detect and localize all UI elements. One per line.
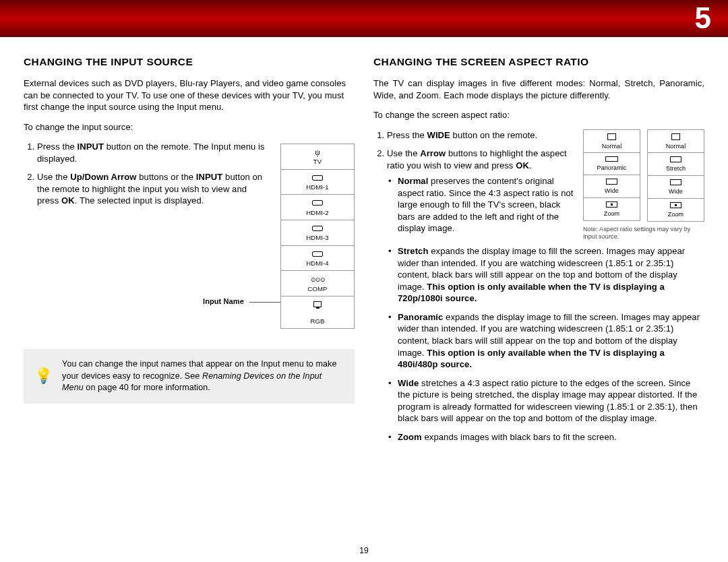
input-row-comp: COMP <box>280 271 355 296</box>
ratio-panoramic: Panoramic <box>583 153 640 175</box>
left-heading: CHANGING THE INPUT SOURCE <box>24 56 355 68</box>
aspect-menu-wrapper: Normal Panoramic Wide Zoom Normal Stretc… <box>583 129 704 242</box>
ratio-stretch: Stretch <box>647 153 704 176</box>
page-content: CHANGING THE INPUT SOURCE External devic… <box>0 37 728 449</box>
page-number: 19 <box>0 546 728 555</box>
chapter-number: 5 <box>694 1 711 35</box>
desc-wide: Wide stretches a 4:3 aspect ratio pictur… <box>398 377 704 425</box>
wide-icon <box>606 179 617 185</box>
right-column: CHANGING THE SCREEN ASPECT RATIO The TV … <box>373 56 704 449</box>
input-row-hdmi1: HDMI-1 <box>280 170 355 195</box>
right-lead: To change the screen aspect ratio: <box>373 109 704 121</box>
right-step-1: Press the WIDE button on the remote. <box>387 129 574 142</box>
top-bar: 5 <box>0 0 728 37</box>
wide-icon <box>670 179 681 185</box>
left-intro: External devices such as DVD players, Bl… <box>24 77 355 113</box>
input-menu: Input Name TV HDMI-1 HDMI-2 HDMI-3 HDMI-… <box>280 144 355 329</box>
right-heading: CHANGING THE SCREEN ASPECT RATIO <box>373 56 704 68</box>
aspect-descriptions-top: Normal preserves the content's original … <box>387 175 574 235</box>
right-step-2: Use the Arrow buttons to highlight the a… <box>387 148 574 235</box>
ratio-wide: Wide <box>583 175 640 198</box>
aspect-note: Note: Aspect ratio settings may vary by … <box>583 226 704 241</box>
left-lead: To change the input source: <box>24 121 355 133</box>
aspect-menu-left: Normal Panoramic Wide Zoom <box>583 129 640 222</box>
hdmi-icon <box>312 226 323 231</box>
input-name-callout: Input Name <box>203 297 244 305</box>
panoramic-icon <box>605 156 618 162</box>
left-column: CHANGING THE INPUT SOURCE External devic… <box>24 56 355 449</box>
input-row-hdmi4: HDMI-4 <box>280 246 355 272</box>
stretch-icon <box>670 156 681 162</box>
ratio-normal-2: Normal <box>647 130 704 154</box>
normal-icon <box>671 133 680 140</box>
input-row-tv: TV <box>280 144 355 170</box>
input-row-hdmi3: HDMI-3 <box>280 220 355 246</box>
left-steps: Press the INPUT button on the remote. Th… <box>24 141 271 207</box>
desc-normal: Normal preserves the content's original … <box>398 175 574 235</box>
monitor-icon <box>313 301 322 307</box>
left-step-2: Use the Up/Down Arrow buttons or the INP… <box>37 171 271 207</box>
desc-panoramic: Panoramic expands the display image to f… <box>398 311 704 371</box>
desc-stretch: Stretch expands the display image to fil… <box>398 245 704 305</box>
zoom-icon <box>606 201 617 208</box>
desc-zoom: Zoom expands images with black bars to f… <box>398 431 704 443</box>
lightbulb-icon: 💡 <box>34 366 53 387</box>
hdmi-icon <box>312 175 323 181</box>
right-intro: The TV can display images in five differ… <box>373 77 704 101</box>
zoom-icon <box>670 202 681 208</box>
aspect-descriptions: Stretch expands the display image to fil… <box>373 245 704 443</box>
tip-text: You can change the input names that appe… <box>62 358 344 394</box>
ratio-zoom-2: Zoom <box>647 199 704 222</box>
left-step-1: Press the INPUT button on the remote. Th… <box>37 141 271 164</box>
antenna-icon <box>281 148 354 157</box>
right-steps: Press the WIDE button on the remote. Use… <box>373 129 574 235</box>
hdmi-icon <box>312 200 323 206</box>
input-row-hdmi2: HDMI-2 <box>280 195 355 220</box>
ratio-zoom: Zoom <box>583 198 640 221</box>
normal-icon <box>607 133 616 140</box>
ratio-normal: Normal <box>583 130 640 154</box>
component-icon <box>281 275 354 284</box>
input-row-rgb: RGB <box>280 296 355 329</box>
tip-box: 💡 You can change the input names that ap… <box>24 349 355 404</box>
callout-line <box>249 302 280 303</box>
ratio-wide-2: Wide <box>647 176 704 199</box>
hdmi-icon <box>312 251 323 257</box>
aspect-menu-right: Normal Stretch Wide Zoom <box>647 129 704 222</box>
